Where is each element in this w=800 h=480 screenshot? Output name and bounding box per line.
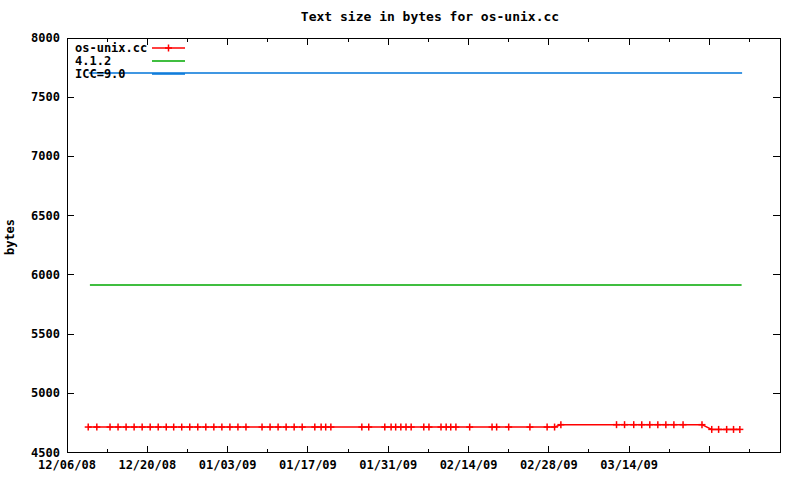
chart-canvas: 4500500055006000650070007500800012/06/08… [0, 0, 800, 480]
y-tick-label: 6000 [31, 268, 60, 282]
x-tick-label: 12/20/08 [118, 458, 176, 472]
y-tick-label: 7500 [31, 90, 60, 104]
y-axis-label: bytes [3, 219, 17, 255]
y-tick-label: 8000 [31, 31, 60, 45]
x-tick-label: 12/06/08 [38, 458, 96, 472]
x-tick-label: 02/28/09 [520, 458, 578, 472]
x-tick-label: 01/31/09 [359, 458, 417, 472]
legend: os-unix.cc 4.1.2 ICC=9.0 [75, 41, 147, 81]
plot-frame [67, 38, 780, 453]
chart: 4500500055006000650070007500800012/06/08… [0, 0, 800, 480]
x-tick-label: 01/17/09 [279, 458, 337, 472]
legend-label-icc-9-0: ICC=9.0 [75, 67, 126, 81]
y-tick-label: 5000 [31, 386, 60, 400]
y-tick-label: 7000 [31, 149, 60, 163]
chart-title: Text size in bytes for os-unix.cc [301, 9, 559, 24]
legend-label-os-unix-cc: os-unix.cc [75, 41, 147, 55]
x-tick-label: 03/14/09 [600, 458, 658, 472]
x-tick-label: 01/03/09 [199, 458, 257, 472]
y-tick-label: 6500 [31, 209, 60, 223]
legend-label-4-1-2: 4.1.2 [75, 54, 111, 68]
plot-area: 4500500055006000650070007500800012/06/08… [31, 31, 780, 472]
x-tick-label: 02/14/09 [440, 458, 498, 472]
y-tick-label: 5500 [31, 327, 60, 341]
